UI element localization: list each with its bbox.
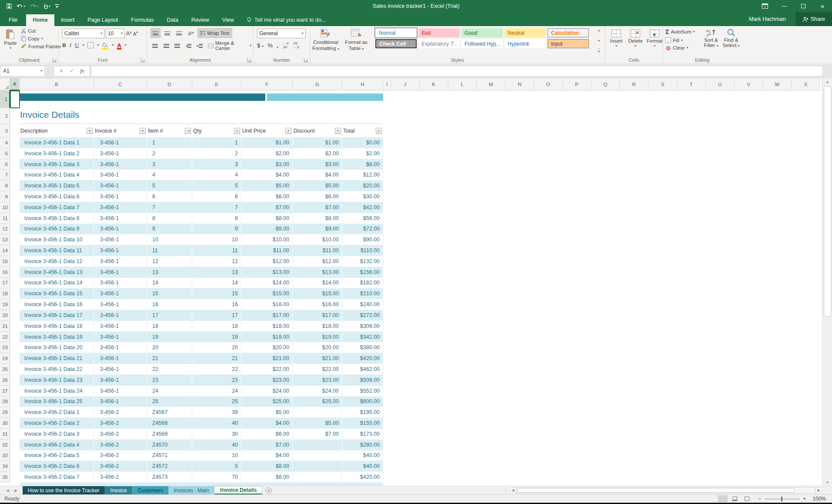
table-cell[interactable]: $17.00	[241, 310, 293, 320]
ribbon-tab-view[interactable]: View	[216, 14, 241, 26]
accounting-format-button[interactable]: $ ▾	[257, 42, 264, 49]
zoom-out-icon[interactable]: −	[758, 496, 761, 502]
table-cell[interactable]: 20	[192, 342, 241, 353]
table-cell[interactable]: $6.00	[241, 429, 293, 439]
sheet-tab-how-to-use-the-invoice-tracker[interactable]: How to use the Invoice Tracker	[23, 486, 105, 494]
table-cell[interactable]: $13.00	[241, 267, 293, 277]
scroll-up-arrow[interactable]: ▲	[822, 78, 832, 85]
table-cell[interactable]: $552.00	[342, 386, 383, 396]
column-header-Q[interactable]: Q	[591, 78, 620, 90]
table-cell[interactable]: 3-456-1	[94, 148, 147, 159]
row-header-8[interactable]: 8	[0, 180, 10, 191]
scroll-left-arrow[interactable]: ◀	[510, 487, 516, 494]
table-cell[interactable]: $25.00	[293, 397, 342, 407]
table-cell[interactable]: 3-456-1	[94, 386, 147, 396]
table-cell[interactable]: 3-456-1	[94, 202, 147, 213]
table-cell[interactable]: $2.00	[293, 148, 342, 159]
table-cell[interactable]: 3-456-1	[94, 364, 147, 374]
row-header-34[interactable]: 34	[0, 461, 10, 472]
zoom-slider-thumb[interactable]	[781, 497, 782, 501]
table-cell[interactable]: 18	[147, 321, 192, 331]
cell-style-check[interactable]: Check Cell	[375, 39, 417, 48]
table-cell[interactable]: $12.00	[342, 170, 383, 180]
undo-dropdown[interactable]: ▾	[23, 4, 25, 8]
table-cell[interactable]: $8.00	[241, 461, 293, 471]
table-cell[interactable]: $8.00	[293, 213, 342, 224]
table-cell[interactable]: $15.00	[293, 288, 342, 299]
gallery-up-button[interactable]: ▴	[598, 28, 600, 32]
table-cell[interactable]: $2.00	[342, 148, 383, 159]
row-header-19[interactable]: 19	[0, 299, 10, 310]
table-cell[interactable]: $20.00	[293, 342, 342, 353]
table-cell[interactable]: 21	[147, 353, 192, 364]
table-cell[interactable]: 3-456-2	[94, 461, 147, 471]
table-cell[interactable]: Z4570	[147, 440, 192, 450]
column-header-B[interactable]: B	[20, 78, 94, 90]
table-cell[interactable]: $240.00	[342, 299, 383, 310]
select-all-corner[interactable]	[0, 78, 10, 90]
touch-mode-button[interactable]: ▾	[43, 3, 50, 9]
table-cell[interactable]: 3-456-1	[94, 397, 147, 407]
table-cell[interactable]: 18	[192, 321, 241, 331]
table-cell[interactable]: $19.00	[293, 332, 342, 342]
table-cell[interactable]: Invoice 3-456-2 Data 6	[20, 461, 94, 471]
table-cell[interactable]: $420.00	[342, 472, 383, 482]
table-cell[interactable]: 3-456-1	[94, 191, 147, 202]
column-header-P[interactable]: P	[563, 78, 591, 90]
row-header-25[interactable]: 25	[0, 364, 10, 375]
table-cell[interactable]: 3-456-2	[94, 472, 147, 482]
table-cell[interactable]: $14.00	[241, 278, 293, 288]
row-header-24[interactable]: 24	[0, 353, 10, 364]
table-cell[interactable]: $90.00	[342, 234, 383, 245]
table-cell[interactable]: 10	[192, 451, 241, 461]
table-cell[interactable]: 11	[147, 245, 192, 256]
cell-style-neutral[interactable]: Neutral	[505, 28, 546, 37]
table-cell[interactable]: 19	[192, 332, 241, 342]
table-cell[interactable]: $24.00	[293, 386, 342, 396]
table-cell[interactable]: 17	[192, 310, 241, 320]
table-cell[interactable]: $7.00	[241, 202, 293, 213]
table-cell[interactable]: Invoice 3-456-1 Data 12	[20, 256, 94, 267]
table-cell[interactable]: $56.00	[342, 213, 383, 224]
table-cell[interactable]: 3-456-2	[94, 440, 147, 450]
find-select-button[interactable]: Find &Select ▾	[721, 27, 741, 56]
fill-color-dropdown[interactable]: ▾	[112, 43, 114, 47]
percent-style-button[interactable]: %	[267, 42, 273, 49]
filter-dropdown-icon[interactable]: ▾	[87, 128, 93, 134]
table-cell[interactable]: $3.00	[293, 159, 342, 170]
table-cell[interactable]: $12.00	[293, 256, 342, 267]
table-cell[interactable]: Z4571	[147, 451, 192, 461]
table-cell[interactable]: 19	[147, 332, 192, 342]
row-header-32[interactable]: 32	[0, 440, 10, 451]
table-cell[interactable]: $5.00	[241, 180, 293, 191]
table-cell[interactable]: $23.00	[293, 375, 342, 385]
gallery-down-button[interactable]: ▾	[598, 39, 600, 43]
table-cell[interactable]: 30	[192, 429, 241, 439]
table-cell[interactable]: 7	[147, 202, 192, 213]
table-cell[interactable]: 23	[192, 375, 241, 385]
row-header-31[interactable]: 31	[0, 429, 10, 440]
ribbon-tab-page-layout[interactable]: Page Layout	[81, 14, 124, 26]
table-cell[interactable]: 6	[192, 191, 241, 202]
table-cell[interactable]: 3-456-1	[94, 310, 147, 320]
cancel-formula-icon[interactable]: ✕	[59, 68, 63, 74]
row-header-21[interactable]: 21	[0, 321, 10, 332]
table-cell[interactable]: 15	[192, 288, 241, 299]
column-header-H[interactable]: H	[342, 78, 383, 90]
table-cell[interactable]: Invoice 3-456-1 Data 24	[20, 386, 94, 396]
table-cell[interactable]: 24	[192, 386, 241, 396]
table-cell[interactable]: $5.00	[241, 407, 293, 417]
table-cell[interactable]: 17	[147, 310, 192, 320]
row-header-10[interactable]: 10	[0, 202, 10, 213]
row-header-18[interactable]: 18	[0, 288, 10, 299]
row-header-16[interactable]: 16	[0, 267, 10, 278]
horizontal-scroll-thumb[interactable]	[517, 488, 795, 493]
copy-button[interactable]: Copy ▾	[21, 36, 61, 41]
table-cell[interactable]: Invoice 3-456-1 Data 11	[20, 245, 94, 256]
column-header-K[interactable]: K	[420, 78, 448, 90]
row-header-22[interactable]: 22	[0, 332, 10, 343]
column-header-U[interactable]: U	[706, 78, 735, 90]
table-cell[interactable]: 22	[147, 364, 192, 374]
borders-dropdown[interactable]: ▾	[97, 43, 99, 47]
table-cell[interactable]: Invoice 3-456-1 Data 1	[20, 137, 94, 148]
